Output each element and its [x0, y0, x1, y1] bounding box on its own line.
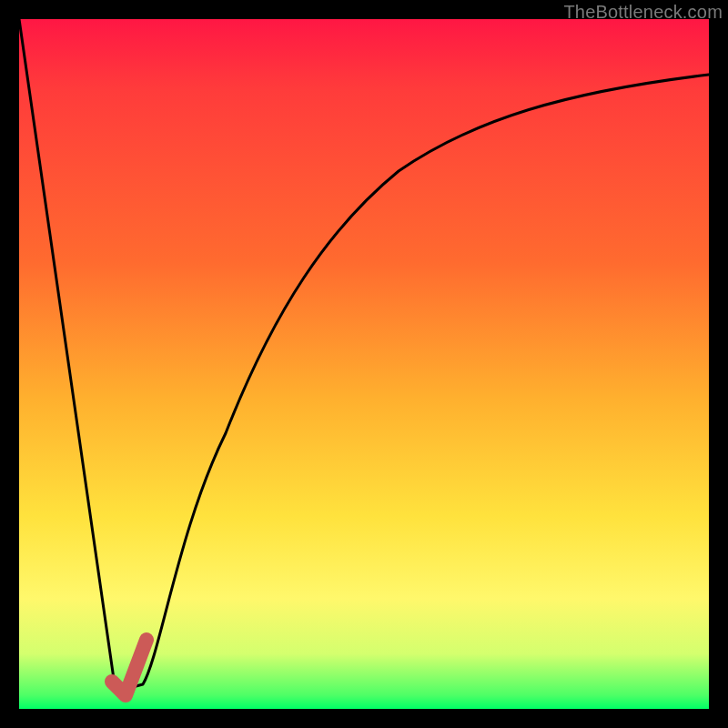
- chart-frame: TheBottleneck.com: [0, 0, 728, 728]
- chart-svg: [19, 19, 709, 709]
- watermark-text: TheBottleneck.com: [563, 2, 723, 23]
- bottleneck-curve: [19, 19, 709, 692]
- highlight-segment: [112, 640, 147, 695]
- plot-area: [19, 19, 709, 709]
